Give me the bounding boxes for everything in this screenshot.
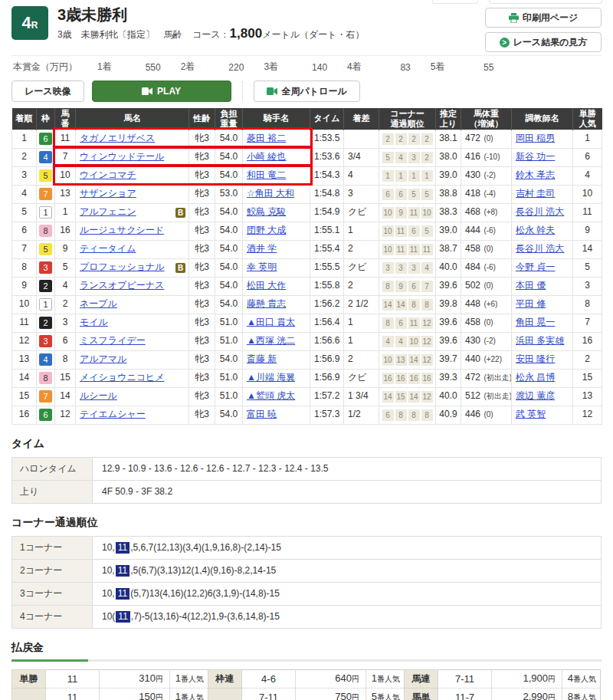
- jockey-link[interactable]: 小崎 綾也: [247, 151, 286, 162]
- trainer-link[interactable]: 鈴木 孝志: [516, 169, 555, 180]
- jockey-link[interactable]: 富田 暁: [247, 409, 277, 419]
- finish-position: 7: [12, 240, 37, 258]
- corner-positions-cell: 10131412: [379, 350, 436, 369]
- horse-weight: 458 (0): [461, 314, 512, 332]
- horse-name-link[interactable]: アルフェニン: [80, 207, 136, 217]
- horse-name-link[interactable]: ティータイム: [80, 244, 136, 254]
- trainer-link[interactable]: 新谷 功一: [516, 151, 555, 162]
- trainer-link[interactable]: 長谷川 浩大: [516, 243, 564, 254]
- jockey-cell: 菱田 裕二: [243, 130, 310, 148]
- finish-position: 3: [12, 166, 37, 185]
- corner-order: 10,11,5,6,7(12,13)(3,4)(1,9,16,8)-(2,14)…: [93, 536, 602, 559]
- corner-positions-cell: 8967: [379, 277, 436, 295]
- finish-time: 1:54.8: [310, 185, 344, 203]
- frame-cell: 3: [37, 332, 55, 350]
- horse-name-link[interactable]: モイル: [80, 317, 108, 327]
- trainer-link[interactable]: 平田 修: [516, 298, 546, 309]
- result-row: 7 5 9 ティータイム 牝3 54.0 酒井 学 1:55.4 2 10111…: [12, 240, 602, 258]
- jockey-link[interactable]: 団野 大成: [247, 225, 286, 235]
- carried-weight: 53.0: [215, 185, 243, 203]
- horse-name-link[interactable]: ウィンウッドテール: [80, 152, 164, 162]
- horse-name-cell: テイエムシャー: [76, 406, 189, 424]
- sex-age: 牝3: [189, 406, 215, 424]
- carried-weight: 51.0: [215, 369, 243, 387]
- jockey-link[interactable]: ▲川端 海翼: [247, 372, 295, 383]
- horse-name-link[interactable]: メイショウニコヒメ: [80, 373, 165, 383]
- race-video-button[interactable]: レース映像: [11, 81, 84, 102]
- corner-order: 10,11,5(6,7)(3,13)12(1,4)(9,16)-8,2,14-1…: [93, 559, 602, 582]
- payout-row: 複勝 11 150円 1番人気 ワイド 7-11 750円 5番人気 馬単 11…: [12, 688, 601, 700]
- sex-age: 牝3: [189, 148, 215, 166]
- horse-name-link[interactable]: サザンショア: [80, 189, 136, 199]
- trainer-link[interactable]: 長谷川 浩大: [516, 206, 564, 217]
- trainer-link[interactable]: 安田 隆行: [516, 353, 555, 364]
- play-button[interactable]: PLAY: [92, 81, 231, 102]
- sex-age: 牝3: [189, 240, 215, 258]
- jockey-link[interactable]: 酒井 学: [247, 243, 277, 254]
- horse-name-link[interactable]: アルアマル: [80, 354, 126, 364]
- last-3f: 38.8: [436, 185, 461, 203]
- horse-name-link[interactable]: ルシール: [80, 391, 117, 401]
- jockey-cell: 藤懸 貴志: [243, 295, 310, 314]
- horse-name-link[interactable]: プロフェッショナル: [80, 262, 165, 272]
- trainer-link[interactable]: 武 英智: [516, 409, 546, 419]
- trainer-link[interactable]: 岡田 稲男: [516, 133, 555, 143]
- bet-type-win: 単勝: [12, 669, 46, 688]
- result-guide-button[interactable]: > レース結果の見方: [485, 32, 602, 52]
- column-header: 性齢: [189, 108, 215, 130]
- trainer-link[interactable]: 吉村 圭司: [516, 188, 555, 199]
- horse-weight: 446 (0): [461, 406, 512, 424]
- trainer-link[interactable]: 松永 幹夫: [516, 225, 555, 235]
- result-row: 13 4 8 アルアマル 牝3 54.0 斎藤 新 1:56.9 2 10131…: [12, 350, 602, 369]
- frame-cell: 8: [37, 369, 55, 387]
- jockey-link[interactable]: ▲西塚 洸二: [247, 335, 295, 346]
- trainer-cell: 平田 修: [512, 295, 573, 314]
- jockey-link[interactable]: 和田 竜二: [247, 169, 286, 180]
- trainer-link[interactable]: 渡辺 薫彦: [516, 390, 555, 401]
- jockey-link[interactable]: 幸 英明: [247, 261, 277, 272]
- jockey-link[interactable]: ☆角田 大和: [247, 188, 294, 199]
- jockey-link[interactable]: ▲鷲頭 虎太: [247, 390, 295, 401]
- trainer-link[interactable]: 浜田 多実雄: [516, 335, 564, 346]
- jockey-link[interactable]: 斎藤 新: [247, 353, 277, 364]
- trainer-cell: 武 英智: [512, 406, 573, 424]
- trainer-link[interactable]: 角田 晃一: [516, 317, 555, 327]
- frame-cell: 5: [37, 166, 55, 185]
- horse-name-link[interactable]: テイエムシャー: [80, 409, 146, 419]
- frame-badge: 1: [39, 298, 52, 311]
- jockey-cell: 和田 竜二: [243, 166, 310, 185]
- jockey-cell: 幸 英明: [243, 258, 310, 277]
- finish-time: 1:55.5: [310, 258, 344, 277]
- jockey-link[interactable]: 藤懸 貴志: [247, 298, 286, 309]
- jockey-link[interactable]: 松田 大作: [247, 280, 286, 291]
- result-row: 11 2 3 モイル 牝3 51.0 ▲田口 貫太 1:56.4 1 86111…: [12, 314, 602, 332]
- horse-name-link[interactable]: タガノエリザベス: [80, 133, 155, 143]
- jockey-link[interactable]: 菱田 裕二: [247, 133, 286, 143]
- horse-weight: 484 (-6): [461, 258, 512, 277]
- horse-name-link[interactable]: ミスフライデー: [80, 336, 146, 346]
- horse-name-link[interactable]: ルージュサクシード: [80, 225, 164, 235]
- jockey-link[interactable]: 鮫島 克駿: [247, 206, 286, 217]
- time-row: 上り 4F 50.9 - 3F 38.2: [12, 480, 602, 503]
- corner-positions-cell: 441012: [379, 332, 436, 350]
- divider: [242, 81, 243, 101]
- patrol-video-button[interactable]: 全周パトロール: [254, 81, 360, 102]
- trainer-link[interactable]: 松永 昌博: [516, 372, 555, 383]
- last-3f: 38.7: [436, 240, 461, 258]
- frame-cell: 6: [37, 130, 55, 148]
- horse-name-cell: アルフェニンB: [76, 203, 189, 222]
- finish-position: 10: [12, 295, 37, 314]
- horse-number: 10: [55, 166, 76, 185]
- trainer-link[interactable]: 本田 優: [516, 280, 546, 291]
- column-header: 馬名: [76, 108, 189, 130]
- trainer-link[interactable]: 今野 貞一: [516, 261, 555, 272]
- sex-age: 牝3: [189, 314, 215, 332]
- horse-name-link[interactable]: ランスオブピーナス: [80, 281, 164, 291]
- finish-time: 1:57.3: [310, 406, 344, 424]
- jockey-link[interactable]: ▲田口 貫太: [247, 317, 295, 327]
- print-page-button[interactable]: 印刷用ページ: [485, 8, 602, 28]
- prize-label: 本賞金（万円）: [13, 61, 77, 74]
- horse-name-link[interactable]: ウインコマチ: [80, 170, 136, 180]
- last-3f: 39.7: [436, 350, 461, 369]
- horse-name-link[interactable]: ネーブル: [80, 299, 117, 309]
